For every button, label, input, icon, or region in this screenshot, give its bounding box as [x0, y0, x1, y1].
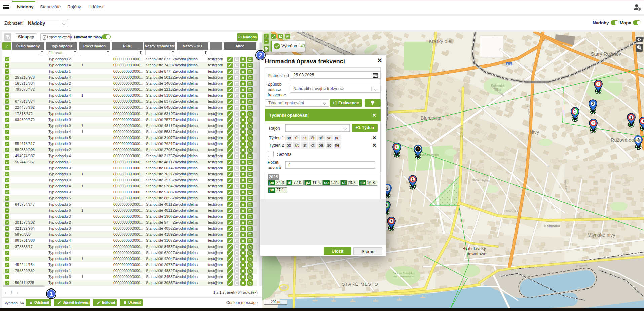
svg-text:Nivy: Nivy: [529, 129, 539, 135]
svg-text:3: 3: [386, 186, 388, 191]
svg-text:- downtown: - downtown: [464, 251, 486, 256]
svg-text:Bratislavský: Bratislavský: [462, 246, 486, 251]
svg-text:Blumentál: Blumentál: [421, 115, 442, 121]
svg-text:2: 2: [592, 102, 594, 106]
svg-text:2: 2: [592, 121, 594, 125]
svg-text:1: 1: [417, 147, 419, 151]
svg-text:1: 1: [642, 119, 644, 123]
svg-text:Krátky diel: Krátky diel: [429, 38, 452, 44]
svg-text:STARÉ MESTO: STARÉ MESTO: [342, 282, 378, 287]
svg-text:Kalmárka: Kalmárka: [544, 224, 560, 228]
svg-text:ulici - Veselého ho: ulici - Veselého ho: [393, 275, 415, 278]
svg-text:Ružová dolina: Ružová dolina: [611, 137, 642, 143]
svg-text:1: 1: [412, 177, 414, 181]
svg-text:572: 572: [506, 62, 511, 65]
svg-text:1: 1: [390, 219, 392, 223]
svg-text:Starý Ružinov: Starý Ružinov: [591, 51, 621, 57]
svg-text:Mlynské nivy: Mlynské nivy: [588, 232, 616, 238]
svg-text:Park na Dunajskej: Park na Dunajskej: [393, 272, 415, 275]
svg-text:1: 1: [630, 115, 632, 119]
svg-text:Medická záhrada: Medická záhrada: [419, 153, 439, 157]
svg-text:Páľsto bytov: Páľsto bytov: [472, 179, 489, 182]
svg-text:2: 2: [597, 82, 599, 86]
svg-text:1: 1: [396, 145, 398, 149]
svg-text:1: 1: [574, 109, 576, 114]
